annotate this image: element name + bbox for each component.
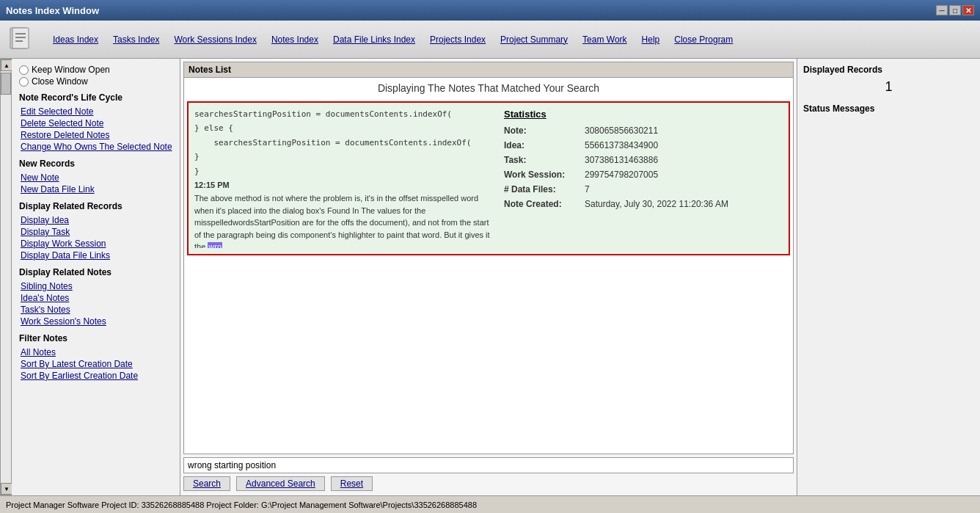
sidebar: Keep Window Open Close Window Note Recor… — [12, 59, 180, 495]
sidebar-all-notes[interactable]: All Notes — [21, 346, 172, 358]
stats-note-created-label: Note Created: — [504, 199, 585, 209]
maximize-button[interactable]: □ — [949, 5, 961, 15]
stats-idea-row: Idea: 556613738434900 — [504, 140, 783, 150]
stats-task-row: Task: 307386131463886 — [504, 155, 783, 165]
note-time: 12:15 PM — [194, 180, 492, 191]
scroll-down-arrow[interactable]: ▼ — [1, 483, 12, 495]
scroll-up-arrow[interactable]: ▲ — [1, 59, 12, 71]
sidebar-sort-earliest[interactable]: Sort By Earliest Creation Date — [21, 370, 172, 382]
stats-data-files-row: # Data Files: 7 — [504, 184, 783, 194]
right-panel: Displayed Records 1 Status Messages — [797, 59, 980, 495]
stats-note-created-row: Note Created: Saturday, July 30, 2022 11… — [504, 199, 783, 209]
search-button[interactable]: Search — [183, 476, 230, 491]
menu-notes-index[interactable]: Notes Index — [266, 32, 324, 48]
search-bar: Search Advanced Search Reset — [183, 457, 794, 494]
notes-list-header: Notes List — [184, 62, 793, 78]
notes-list-title: Displaying The Notes That Matched Your S… — [184, 78, 793, 98]
menu-ideas-index[interactable]: Ideas Index — [47, 32, 104, 48]
advanced-search-button[interactable]: Advanced Search — [236, 476, 325, 491]
note-code-1: searchesStartingPosition = documentsCont… — [194, 109, 492, 120]
sidebar-new-data-file-link[interactable]: New Data File Link — [21, 183, 172, 195]
title-text: Notes Index Window — [6, 5, 99, 16]
stats-note-created-value: Saturday, July 30, 2022 11:20:36 AM — [585, 199, 728, 209]
app-icon — [6, 25, 35, 54]
search-buttons: Search Advanced Search Reset — [183, 473, 794, 494]
menu-team-work[interactable]: Team Work — [577, 32, 632, 48]
note-code-4: } — [194, 151, 492, 162]
close-window-button[interactable]: ✕ — [962, 5, 974, 15]
sidebar-tasks-notes[interactable]: Task's Notes — [21, 304, 172, 316]
note-card[interactable]: searchesStartingPosition = documentsCont… — [187, 101, 790, 255]
sidebar-delete-selected-note[interactable]: Delete Selected Note — [21, 117, 172, 129]
sidebar-scrollbar[interactable]: ▲ ▼ — [0, 59, 12, 495]
notes-list-content: searchesStartingPosition = documentsCont… — [184, 98, 793, 454]
stats-note-value: 308065856630211 — [585, 125, 658, 136]
filter-notes-section: Filter Notes — [19, 333, 172, 343]
title-bar-buttons: ─ □ ✕ — [936, 5, 974, 15]
keep-window-open-label: Keep Window Open — [32, 65, 110, 75]
search-input[interactable] — [183, 457, 794, 473]
note-code-5: } — [194, 166, 492, 177]
stats-idea-label: Idea: — [504, 140, 585, 150]
stats-task-label: Task: — [504, 155, 585, 165]
menu-projects-index[interactable]: Projects Index — [424, 32, 491, 48]
stats-work-session-row: Work Session: 299754798207005 — [504, 170, 783, 180]
minimize-button[interactable]: ─ — [936, 5, 948, 15]
stats-idea-value: 556613738434900 — [585, 140, 658, 150]
sidebar-edit-selected-note[interactable]: Edit Selected Note — [21, 106, 172, 117]
sidebar-ideas-notes[interactable]: Idea's Notes — [21, 292, 172, 304]
notes-list-panel: Notes List Displaying The Notes That Mat… — [183, 62, 794, 454]
sidebar-change-owner[interactable]: Change Who Owns The Selected Note — [21, 141, 172, 153]
status-messages-title: Status Messages — [803, 103, 974, 114]
menu-work-sessions-index[interactable]: Work Sessions Index — [168, 32, 263, 48]
close-window-input[interactable] — [19, 77, 29, 87]
note-lifecycle-section: Note Record's Life Cycle — [19, 92, 172, 103]
stats-data-files-value: 7 — [585, 184, 590, 194]
display-related-notes-section: Display Related Notes — [19, 267, 172, 277]
sidebar-work-session-notes[interactable]: Work Session's Notes — [21, 316, 172, 327]
stats-work-session-value: 299754798207005 — [585, 170, 658, 180]
sidebar-display-task[interactable]: Display Task — [21, 226, 172, 238]
displayed-records-title: Displayed Records — [803, 65, 974, 75]
svg-rect-1 — [12, 28, 29, 48]
close-window-label: Close Window — [32, 76, 88, 87]
stats-task-value: 307386131463886 — [585, 155, 658, 165]
main-layout: ▲ ▼ Keep Window Open Close Window Note R… — [0, 59, 980, 495]
close-window-radio[interactable]: Close Window — [19, 76, 172, 87]
stats-title: Statistics — [504, 109, 783, 120]
scroll-track[interactable] — [1, 71, 11, 483]
reset-button[interactable]: Reset — [331, 476, 373, 491]
status-text: Project Manager Software Project ID: 335… — [6, 501, 477, 509]
menu-project-summary[interactable]: Project Summary — [494, 32, 574, 48]
sidebar-new-note[interactable]: New Note — [21, 172, 172, 183]
menu-help[interactable]: Help — [636, 32, 666, 48]
stats-note-label: Note: — [504, 125, 585, 136]
stats-panel: Statistics Note: 308065856630211 Idea: 5… — [504, 109, 783, 248]
sidebar-display-data-file-links[interactable]: Display Data File Links — [21, 250, 172, 261]
note-code-2: } else { — [194, 123, 492, 134]
sidebar-sibling-notes[interactable]: Sibling Notes — [21, 280, 172, 292]
stats-data-files-label: # Data Files: — [504, 184, 585, 194]
sidebar-restore-deleted-notes[interactable]: Restore Deleted Notes — [21, 129, 172, 141]
menu-tasks-index[interactable]: Tasks Index — [107, 32, 165, 48]
displayed-records-value: 1 — [803, 79, 974, 95]
content-area: Notes List Displaying The Notes That Mat… — [180, 59, 797, 495]
sidebar-display-idea[interactable]: Display Idea — [21, 214, 172, 226]
keep-window-open-input[interactable] — [19, 65, 29, 75]
highlight-word: wro — [208, 242, 222, 248]
window-behavior-group: Keep Window Open Close Window — [19, 65, 172, 87]
scroll-thumb[interactable] — [1, 73, 11, 95]
menu-data-file-links-index[interactable]: Data File Links Index — [327, 32, 421, 48]
stats-note-row: Note: 308065856630211 — [504, 125, 783, 136]
stats-work-session-label: Work Session: — [504, 170, 585, 180]
new-records-section: New Records — [19, 159, 172, 169]
display-related-records-section: Display Related Records — [19, 201, 172, 211]
sidebar-sort-latest[interactable]: Sort By Latest Creation Date — [21, 358, 172, 370]
note-text-area: searchesStartingPosition = documentsCont… — [194, 109, 492, 248]
note-body: The above method is not where the proble… — [194, 192, 492, 248]
keep-window-open-radio[interactable]: Keep Window Open — [19, 65, 172, 75]
menu-close-program[interactable]: Close Program — [668, 32, 739, 48]
note-code-3: searchesStartingPosition = documentsCont… — [194, 137, 492, 148]
sidebar-display-work-session[interactable]: Display Work Session — [21, 238, 172, 250]
status-bar: Project Manager Software Project ID: 335… — [0, 495, 980, 513]
